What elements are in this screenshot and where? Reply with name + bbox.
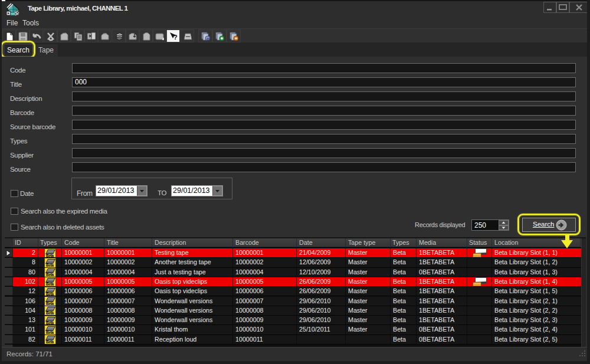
svg-text:@: @ xyxy=(206,37,210,41)
svg-text:?: ? xyxy=(173,34,178,41)
